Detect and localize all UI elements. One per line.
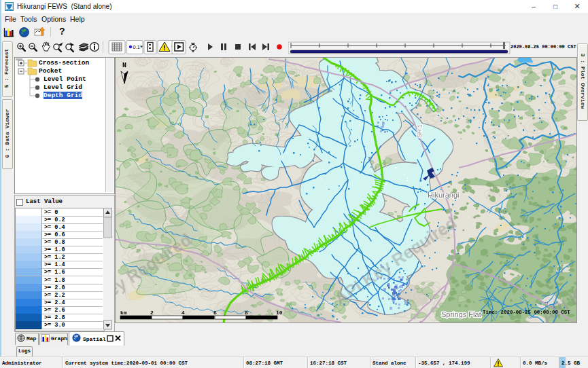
- svg-text:Hikurangi: Hikurangi: [428, 191, 459, 199]
- svg-text:6: 6: [213, 310, 217, 316]
- svg-text:Time: 2020-08-25 00:00:00 CST: Time: 2020-08-25 00:00:00 CST: [483, 310, 570, 315]
- svg-text:Springs Flat: Springs Flat: [441, 310, 481, 318]
- svg-text:SH 1: SH 1: [416, 124, 423, 138]
- svg-text:0.1: 0.1: [133, 44, 140, 50]
- svg-text:4: 4: [181, 310, 185, 316]
- svg-text:8: 8: [245, 310, 248, 316]
- svg-text:10: 10: [276, 310, 283, 316]
- svg-text:N: N: [122, 62, 126, 69]
- svg-text:2: 2: [150, 310, 154, 316]
- svg-text:km: km: [120, 310, 127, 316]
